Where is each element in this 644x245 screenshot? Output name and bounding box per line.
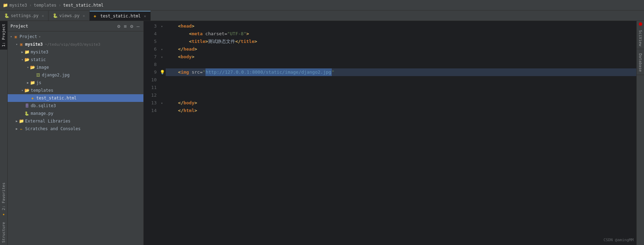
code-line-9: <img src="http://127.0.0.1:8000/static/i… bbox=[166, 68, 636, 76]
breadcrumb-templates[interactable]: templates bbox=[34, 3, 57, 8]
fold-icon-13[interactable]: ▾ bbox=[161, 101, 163, 105]
file-tree-sidebar: Project ⚙ ≡ ⚙ — ▾ ▣ Project ▾ ▾ ▣ mysite… bbox=[8, 21, 144, 245]
gutter-12 bbox=[159, 91, 165, 99]
gutter-14 bbox=[159, 107, 165, 114]
right-tab-database[interactable]: Database bbox=[637, 51, 644, 75]
mysite3-path: ~/tedu/vip/day03/mysite3 bbox=[45, 42, 100, 47]
tree-item-external[interactable]: ▶ 📁 External Libraries bbox=[8, 117, 143, 125]
breadcrumb-file[interactable]: test_static.html bbox=[63, 3, 104, 8]
py-icon-views: 🐍 bbox=[53, 13, 58, 18]
gutter-5 bbox=[159, 38, 165, 45]
hint-icon-9[interactable]: 💡 bbox=[160, 70, 165, 75]
tab-close-views[interactable]: ✕ bbox=[83, 14, 85, 18]
tree-item-django2jpg[interactable]: 🖼 django2.jpg bbox=[8, 71, 143, 79]
tree-item-image[interactable]: ▾ 📂 image bbox=[8, 64, 143, 71]
html-file-icon: ◈ bbox=[30, 96, 35, 101]
tab-test-static[interactable]: ◈ test_static.html ✕ bbox=[90, 11, 151, 21]
fold-icon-3[interactable]: ▾ bbox=[161, 24, 163, 28]
module-icon-mysite3: ▣ bbox=[19, 42, 24, 47]
tree-item-mysite3-root[interactable]: ▾ ▣ mysite3 ~/tedu/vip/day03/mysite3 bbox=[8, 40, 143, 48]
editor-area: 3 4 5 6 7 8 9 10 11 12 13 14 ▾ ▾ ▾ bbox=[144, 21, 636, 245]
arrow-static: ▾ bbox=[20, 58, 24, 62]
editor-content[interactable]: 3 4 5 6 7 8 9 10 11 12 13 14 ▾ ▾ ▾ bbox=[144, 21, 636, 245]
sidebar-layout-icon[interactable]: ≡ bbox=[123, 23, 128, 29]
tree-label-js: js bbox=[36, 80, 41, 85]
tree-item-js[interactable]: ▶ 📁 js bbox=[8, 79, 143, 87]
code-line-10 bbox=[166, 76, 636, 84]
tree-item-templates[interactable]: ▾ 📂 templates bbox=[8, 87, 143, 94]
code-line-6: </head> bbox=[166, 45, 636, 53]
code-line-13: </body> bbox=[166, 99, 636, 107]
gutter-9: 💡 bbox=[159, 68, 165, 76]
folder-icon-image: 📂 bbox=[30, 65, 35, 70]
arrow-external: ▶ bbox=[15, 119, 19, 123]
tree-label-scratches: Scratches and Consoles bbox=[25, 126, 81, 131]
tree-label-mysite3: mysite3 bbox=[25, 42, 43, 47]
structure-tab-label[interactable]: Structure bbox=[0, 220, 7, 245]
project-dropdown[interactable]: ▾ bbox=[39, 35, 41, 39]
py-icon: 🐍 bbox=[4, 13, 9, 18]
sidebar-gear-icon[interactable]: ⚙ bbox=[129, 23, 134, 29]
code-line-4: <meta charset="UTF-8"> bbox=[166, 30, 636, 38]
code-line-14: </html> bbox=[166, 107, 636, 114]
sidebar-title: Project bbox=[10, 24, 28, 29]
breadcrumb-mysite3[interactable]: mysite3 bbox=[9, 3, 27, 8]
favorites-tab-label[interactable]: ★ 2: Favorites bbox=[0, 180, 7, 220]
tab-close-settings[interactable]: ✕ bbox=[42, 14, 44, 18]
spacer-db bbox=[20, 104, 24, 108]
tree-item-test-static[interactable]: ◈ test_static.html bbox=[8, 94, 143, 102]
fold-icon-6[interactable]: ▾ bbox=[161, 47, 163, 51]
gutter-11 bbox=[159, 84, 165, 91]
gutter-10 bbox=[159, 76, 165, 84]
tab-bar: 🐍 settings.py ✕ 🐍 views.py ✕ ◈ test_stat… bbox=[0, 10, 644, 21]
arrow-scratches: ▶ bbox=[15, 127, 19, 131]
gutter-8 bbox=[159, 61, 165, 68]
breadcrumb-icon: 📁 bbox=[3, 3, 8, 8]
arrow-templates: ▾ bbox=[20, 88, 24, 92]
jpg-icon: 🖼 bbox=[36, 73, 40, 77]
folder-icon-templates: 📂 bbox=[24, 88, 29, 93]
code-line-8 bbox=[166, 61, 636, 68]
right-tab-sciview[interactable]: SciView bbox=[637, 27, 644, 49]
code-body[interactable]: <head> <meta charset="UTF-8"> <title>测试静… bbox=[166, 21, 636, 245]
tree-label-test-static: test_static.html bbox=[36, 96, 77, 101]
folder-icon-external: 📁 bbox=[19, 119, 24, 124]
code-line-5: <title>测试静态文件</title> bbox=[166, 38, 636, 45]
gutter-13[interactable]: ▾ bbox=[159, 99, 165, 107]
folder-icon-mysite3-sub: 📁 bbox=[24, 50, 29, 54]
fold-icon-7[interactable]: ▾ bbox=[161, 55, 163, 59]
arrow-mysite3-sub: ▶ bbox=[20, 50, 24, 54]
code-line-7: <body> bbox=[166, 53, 636, 61]
main-layout: 1: Project ★ 2: Favorites Structure Proj… bbox=[0, 21, 644, 245]
folder-icon-static: 📂 bbox=[24, 57, 29, 62]
error-indicator bbox=[639, 22, 642, 26]
tree-label-mysite3-sub: mysite3 bbox=[31, 50, 48, 54]
gutter-6[interactable]: ▾ bbox=[159, 45, 165, 53]
tab-close-test-static[interactable]: ✕ bbox=[144, 14, 146, 18]
right-sidebar: SciView Database bbox=[636, 21, 644, 245]
line-numbers: 3 4 5 6 7 8 9 10 11 12 13 14 bbox=[144, 21, 159, 245]
tree-item-scratches[interactable]: ▶ ✏ Scratches and Consoles bbox=[8, 125, 143, 133]
sidebar-header: Project ⚙ ≡ ⚙ — bbox=[8, 21, 143, 31]
tree-label-project: Project bbox=[20, 34, 37, 39]
spacer-test-static bbox=[26, 96, 30, 100]
code-line-3: <head> bbox=[166, 22, 636, 30]
tab-settings[interactable]: 🐍 settings.py ✕ bbox=[0, 11, 48, 21]
sidebar-close-icon[interactable]: — bbox=[136, 23, 141, 29]
gutter-4 bbox=[159, 30, 165, 38]
gutter-7[interactable]: ▾ bbox=[159, 53, 165, 61]
tree-item-db[interactable]: 🗄 db.sqlite3 bbox=[8, 102, 143, 110]
code-line-11 bbox=[166, 84, 636, 91]
gutter-3[interactable]: ▾ bbox=[159, 22, 165, 30]
arrow-mysite3: ▾ bbox=[15, 42, 19, 46]
project-tab-label[interactable]: 1: Project bbox=[0, 21, 7, 50]
tab-views[interactable]: 🐍 views.py ✕ bbox=[48, 11, 89, 21]
tree-label-db: db.sqlite3 bbox=[31, 103, 56, 108]
folder-icon-js: 📁 bbox=[30, 80, 35, 85]
tree-item-mysite3-sub[interactable]: ▶ 📁 mysite3 bbox=[8, 48, 143, 56]
code-line-12 bbox=[166, 91, 636, 99]
sidebar-settings-icon[interactable]: ⚙ bbox=[116, 23, 121, 29]
tree-item-static[interactable]: ▾ 📂 static bbox=[8, 56, 143, 64]
tree-item-managepy[interactable]: 🐍 manage.py bbox=[8, 110, 143, 117]
tree-item-project[interactable]: ▾ ▣ Project ▾ bbox=[8, 33, 143, 40]
